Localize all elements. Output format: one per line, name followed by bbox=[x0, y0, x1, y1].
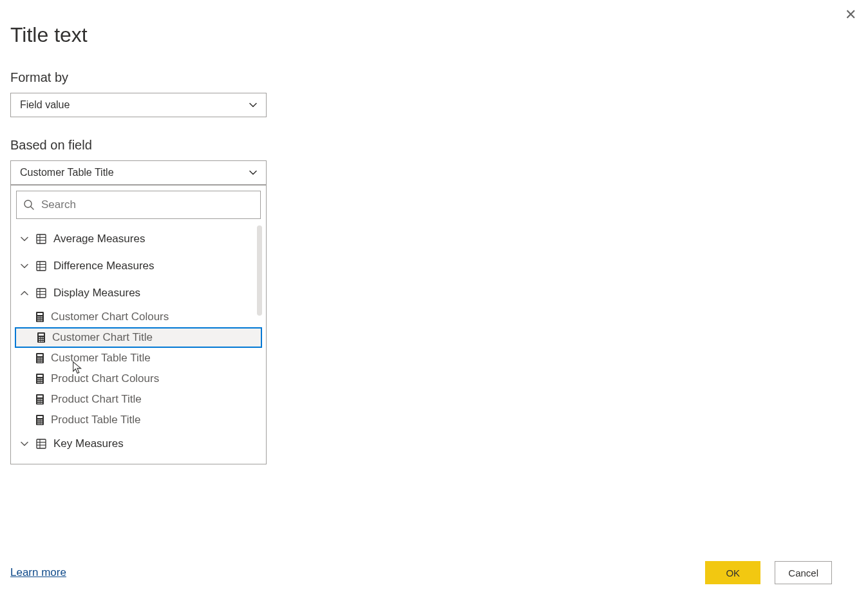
svg-point-34 bbox=[41, 341, 42, 342]
svg-point-18 bbox=[41, 316, 42, 318]
svg-rect-6 bbox=[37, 262, 46, 271]
tree-group-label: Difference Measures bbox=[53, 260, 155, 272]
scrollbar[interactable] bbox=[257, 225, 262, 316]
svg-point-31 bbox=[41, 339, 42, 340]
tree-group-label: Key Measures bbox=[53, 437, 124, 450]
svg-point-75 bbox=[39, 421, 41, 423]
based-on-field-select[interactable]: Customer Table Title bbox=[10, 160, 267, 185]
chevron-down-icon bbox=[20, 262, 29, 271]
svg-point-0 bbox=[24, 200, 32, 207]
svg-point-24 bbox=[41, 320, 42, 321]
svg-point-33 bbox=[39, 341, 40, 342]
based-on-field-value: Customer Table Title bbox=[20, 167, 114, 178]
calculator-icon bbox=[35, 414, 44, 426]
format-by-label: Format by bbox=[10, 70, 858, 85]
svg-point-35 bbox=[42, 341, 44, 342]
svg-point-63 bbox=[37, 401, 39, 402]
svg-point-20 bbox=[39, 318, 41, 320]
tree-group[interactable]: Key Measures bbox=[14, 430, 263, 457]
svg-point-43 bbox=[41, 359, 42, 361]
svg-point-39 bbox=[39, 358, 41, 359]
based-on-field-label: Based on field bbox=[10, 138, 858, 153]
calculator-icon bbox=[35, 373, 44, 385]
svg-rect-10 bbox=[37, 289, 46, 298]
chevron-up-icon bbox=[20, 289, 29, 298]
svg-point-68 bbox=[41, 403, 42, 404]
svg-point-28 bbox=[41, 337, 42, 338]
calculator-icon bbox=[35, 311, 44, 323]
svg-point-61 bbox=[39, 399, 41, 400]
svg-point-46 bbox=[41, 361, 42, 363]
svg-point-74 bbox=[37, 421, 39, 423]
tree-group[interactable]: Difference Measures bbox=[14, 253, 263, 280]
tree-group-label: Average Measures bbox=[53, 233, 145, 245]
tree-item-label: Product Chart Colours bbox=[51, 372, 159, 385]
svg-point-16 bbox=[37, 316, 39, 318]
calculator-icon bbox=[35, 352, 44, 364]
svg-point-30 bbox=[39, 339, 40, 340]
svg-rect-15 bbox=[37, 313, 42, 315]
svg-point-76 bbox=[41, 421, 42, 423]
chevron-down-icon bbox=[249, 169, 257, 176]
svg-point-49 bbox=[37, 378, 39, 379]
svg-point-44 bbox=[37, 361, 39, 363]
svg-point-52 bbox=[37, 380, 39, 381]
field-dropdown-panel: Average MeasuresDifference MeasuresDispl… bbox=[10, 185, 267, 464]
svg-point-21 bbox=[41, 318, 42, 320]
svg-point-78 bbox=[39, 423, 41, 425]
tree-item[interactable]: Customer Table Title bbox=[14, 348, 263, 368]
close-button[interactable]: ✕ bbox=[840, 4, 862, 26]
svg-rect-48 bbox=[37, 375, 42, 377]
tree-item[interactable]: Product Chart Colours bbox=[14, 368, 263, 389]
calculator-icon bbox=[35, 394, 44, 405]
search-input[interactable] bbox=[41, 198, 254, 211]
svg-point-38 bbox=[37, 358, 39, 359]
tree-item-label: Customer Chart Title bbox=[52, 331, 153, 344]
tree-group-label: Display Measures bbox=[53, 287, 140, 300]
dialog-title: Title text bbox=[10, 23, 858, 47]
svg-line-1 bbox=[31, 207, 33, 209]
svg-point-66 bbox=[37, 403, 39, 404]
tree-item-label: Product Chart Title bbox=[51, 393, 142, 406]
svg-point-71 bbox=[37, 419, 39, 421]
svg-point-65 bbox=[41, 401, 42, 402]
svg-point-29 bbox=[42, 337, 44, 338]
svg-point-51 bbox=[41, 378, 42, 379]
svg-point-42 bbox=[39, 359, 41, 361]
tree-item[interactable]: Customer Chart Title bbox=[15, 327, 262, 348]
tree-item-label: Customer Table Title bbox=[51, 352, 151, 365]
svg-point-41 bbox=[37, 359, 39, 361]
dialog-footer: Learn more OK Cancel bbox=[10, 561, 858, 584]
svg-rect-59 bbox=[37, 396, 42, 397]
cancel-button[interactable]: Cancel bbox=[775, 561, 832, 584]
tree-group[interactable]: Average Measures bbox=[14, 225, 263, 253]
ok-button[interactable]: OK bbox=[705, 561, 760, 584]
chevron-down-icon bbox=[20, 234, 29, 243]
search-box[interactable] bbox=[16, 191, 261, 219]
svg-point-72 bbox=[39, 419, 41, 421]
svg-point-22 bbox=[37, 320, 39, 321]
svg-point-55 bbox=[37, 382, 39, 383]
format-by-select[interactable]: Field value bbox=[10, 93, 267, 117]
svg-point-23 bbox=[39, 320, 41, 321]
field-tree: Average MeasuresDifference MeasuresDispl… bbox=[14, 224, 263, 461]
tree-item[interactable]: Customer Chart Colours bbox=[14, 307, 263, 327]
svg-point-19 bbox=[37, 318, 39, 320]
svg-point-40 bbox=[41, 358, 42, 359]
chevron-down-icon bbox=[20, 439, 29, 448]
format-by-value: Field value bbox=[20, 99, 70, 111]
tree-item-label: Customer Chart Colours bbox=[51, 310, 169, 323]
table-icon bbox=[35, 233, 47, 245]
tree-item[interactable]: Product Table Title bbox=[14, 410, 263, 430]
svg-point-79 bbox=[41, 423, 42, 425]
svg-point-57 bbox=[41, 382, 42, 383]
chevron-down-icon bbox=[249, 101, 257, 109]
calculator-icon bbox=[37, 332, 46, 343]
svg-rect-26 bbox=[39, 334, 44, 336]
learn-more-link[interactable]: Learn more bbox=[10, 566, 66, 579]
svg-point-60 bbox=[37, 399, 39, 400]
tree-group[interactable]: Display Measures bbox=[14, 280, 263, 307]
tree-item[interactable]: Product Chart Title bbox=[14, 389, 263, 410]
svg-point-50 bbox=[39, 378, 41, 379]
svg-point-27 bbox=[39, 337, 40, 338]
